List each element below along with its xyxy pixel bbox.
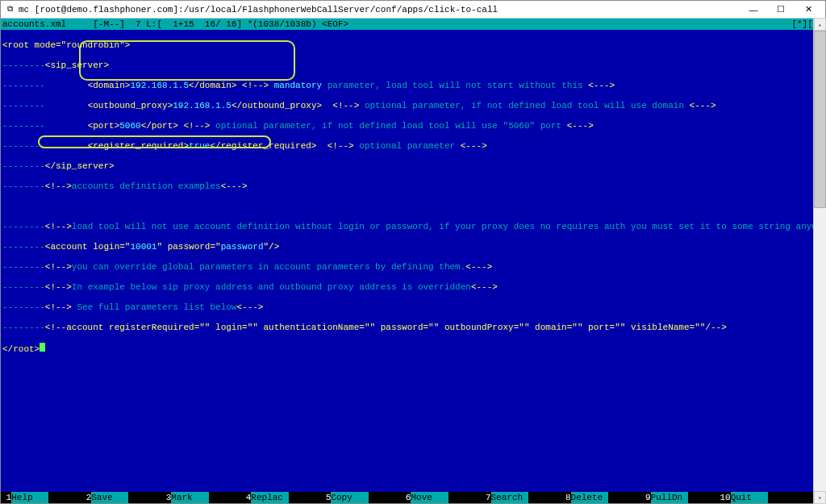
minimize-button[interactable]: —: [740, 2, 767, 18]
window-titlebar: ⧉ mc [root@demo.flashphoner.com]:/usr/lo…: [1, 1, 825, 19]
fnkey-10[interactable]: 10Quit: [720, 493, 767, 502]
fnkey-5[interactable]: 5Copy: [326, 493, 369, 502]
window-controls: — ☐ ✕: [740, 2, 822, 18]
scroll-thumb[interactable]: [814, 31, 826, 208]
scroll-track[interactable]: [814, 31, 826, 491]
text-cursor: [40, 343, 45, 352]
mcedit-fnkeys: 1Help 2Save 3Mark 4Replac 5Copy 6Move 7S…: [1, 492, 825, 503]
window-title: mc [root@demo.flashphoner.com]:/usr/loca…: [19, 5, 498, 15]
maximize-button[interactable]: ☐: [767, 2, 795, 18]
fnkey-1[interactable]: 1Help: [1, 493, 48, 502]
mcedit-statusbar: accounts.xml [-M--] 7 L:[ 1+15 16/ 16] *…: [1, 19, 825, 30]
fnkey-2[interactable]: 2Save: [86, 493, 129, 502]
fnkey-4[interactable]: 4Replac: [246, 493, 289, 502]
fnkey-6[interactable]: 6Move: [406, 493, 448, 502]
terminal-area[interactable]: accounts.xml [-M--] 7 L:[ 1+15 16/ 16] *…: [1, 19, 825, 503]
fnkey-8[interactable]: 8Delete: [565, 493, 608, 502]
fnkey-7[interactable]: 7Search: [486, 493, 528, 502]
window-scrollbar[interactable]: ▴ ▾: [813, 18, 826, 504]
fnkey-3[interactable]: 3Mark: [166, 493, 209, 502]
editor-content[interactable]: <root mode="roundrobin"> --------<sip_se…: [1, 30, 825, 492]
close-button[interactable]: ✕: [795, 2, 822, 18]
putty-icon: ⧉: [4, 4, 15, 15]
scroll-up-button[interactable]: ▴: [814, 18, 826, 31]
fnkey-9[interactable]: 9PullDn: [645, 493, 688, 502]
scroll-down-button[interactable]: ▾: [814, 491, 826, 504]
